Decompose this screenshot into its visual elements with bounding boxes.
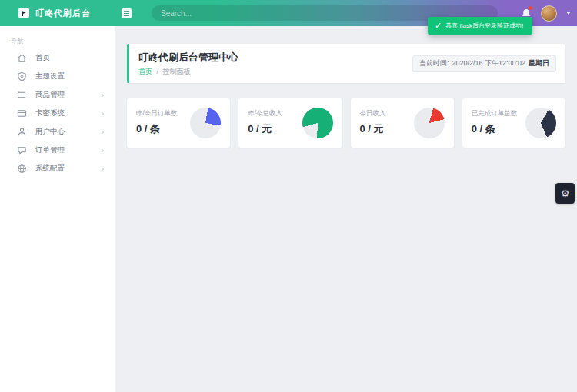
chat-icon — [17, 145, 27, 155]
chevron-right-icon: › — [102, 146, 104, 154]
stat-value: 0 / 条 — [136, 122, 177, 136]
stat-value: 0 / 元 — [248, 122, 282, 136]
pie-chart — [414, 108, 445, 138]
menu-toggle-icon[interactable] — [122, 8, 132, 18]
sidebar-item-system-config[interactable]: 系统配置 › — [0, 159, 115, 178]
sidebar-item-label: 卡密系统 — [35, 108, 102, 118]
breadcrumb-home-link[interactable]: 首页 — [138, 68, 152, 75]
breadcrumb-separator: / — [157, 68, 159, 75]
stats-row: 昨/今日订单数 0 / 条 昨/今总收入 0 / 元 今日收入 0 / 元 — [127, 98, 565, 148]
stat-text: 昨/今日订单数 0 / 条 — [136, 109, 177, 136]
clock-label: 当前时间: — [419, 58, 449, 68]
stat-text: 已完成订单总数 0 / 条 — [472, 109, 518, 136]
breadcrumb: 首页 / 控制面板 — [138, 67, 238, 77]
main-content: 叮咚代刷后台管理中心 首页 / 控制面板 当前时间: 2020/2/16 下午1… — [115, 26, 577, 392]
chevron-right-icon: › — [102, 164, 104, 173]
chevron-down-icon[interactable] — [566, 12, 571, 15]
pie-chart — [525, 108, 556, 138]
clock-datetime: 2020/2/16 下午12:00:02 — [452, 58, 525, 68]
sidebar-section-label: 导航 — [0, 26, 115, 48]
brand[interactable]: 叮咚代刷后台 — [0, 8, 109, 19]
chevron-right-icon: › — [102, 91, 104, 99]
pie-chart — [190, 108, 221, 138]
sidebar-item-label: 用户中心 — [35, 127, 102, 137]
globe-icon — [17, 164, 27, 174]
sidebar: 导航 首页 主题设置 商品管理 › 卡密系统 › — [0, 26, 115, 392]
chevron-right-icon: › — [102, 109, 104, 118]
sidebar-item-order-management[interactable]: 订单管理 › — [0, 141, 115, 159]
avatar[interactable] — [541, 5, 557, 22]
sidebar-item-theme-settings[interactable]: 主题设置 — [0, 67, 115, 85]
settings-fab[interactable]: ⚙ — [555, 183, 575, 204]
stat-label: 昨/今总收入 — [248, 109, 282, 118]
page-title: 叮咚代刷后台管理中心 — [138, 51, 238, 65]
stat-label: 已完成订单总数 — [472, 109, 518, 118]
stat-value: 0 / 条 — [472, 122, 518, 136]
breadcrumb-current: 控制面板 — [163, 68, 191, 75]
stat-card-today-income: 今日收入 0 / 元 — [351, 98, 454, 148]
app-logo-icon — [18, 8, 29, 18]
stat-value: 0 / 元 — [360, 122, 386, 136]
toast-message: 恭喜,flask后台登录验证成功! — [445, 22, 523, 30]
gear-icon: ⚙ — [561, 188, 570, 198]
sidebar-item-home[interactable]: 首页 — [0, 48, 115, 67]
card-icon — [17, 108, 27, 118]
sidebar-item-label: 首页 — [35, 53, 107, 63]
sidebar-item-user-center[interactable]: 用户中心 › — [0, 122, 115, 141]
stat-text: 今日收入 0 / 元 — [360, 109, 386, 136]
chevron-right-icon: › — [102, 128, 104, 136]
sidebar-item-card-system[interactable]: 卡密系统 › — [0, 104, 115, 122]
list-icon — [17, 90, 27, 100]
page-header-left: 叮咚代刷后台管理中心 首页 / 控制面板 — [138, 51, 238, 77]
sidebar-item-label: 商品管理 — [35, 90, 102, 100]
stat-text: 昨/今总收入 0 / 元 — [248, 109, 282, 136]
current-time-badge: 当前时间: 2020/2/16 下午12:00:02 星期日 — [412, 55, 556, 72]
sidebar-item-product-management[interactable]: 商品管理 › — [0, 85, 115, 104]
pie-chart — [302, 108, 333, 138]
check-icon: ✓ — [435, 22, 442, 30]
page-header-card: 叮咚代刷后台管理中心 首页 / 控制面板 当前时间: 2020/2/16 下午1… — [127, 44, 565, 83]
sidebar-item-label: 系统配置 — [35, 164, 102, 174]
app-window: 叮咚代刷后台 ✓ 恭喜,flask后台登录验证成功! 导航 — [0, 0, 577, 392]
stat-label: 昨/今日订单数 — [136, 109, 177, 118]
home-icon — [17, 53, 27, 63]
stat-card-orders: 昨/今日订单数 0 / 条 — [127, 98, 230, 148]
stat-label: 今日收入 — [360, 109, 386, 118]
stat-card-total-income: 昨/今总收入 0 / 元 — [238, 98, 342, 148]
success-toast[interactable]: ✓ 恭喜,flask后台登录验证成功! — [428, 17, 532, 35]
clock-weekday: 星期日 — [529, 58, 549, 68]
user-icon — [17, 127, 27, 137]
stat-card-completed-orders: 已完成订单总数 0 / 条 — [462, 98, 565, 148]
sidebar-item-label: 主题设置 — [35, 71, 107, 81]
sidebar-item-label: 订单管理 — [35, 145, 102, 155]
shield-icon — [17, 71, 27, 81]
notification-dot — [529, 6, 532, 10]
brand-title: 叮咚代刷后台 — [35, 8, 91, 19]
